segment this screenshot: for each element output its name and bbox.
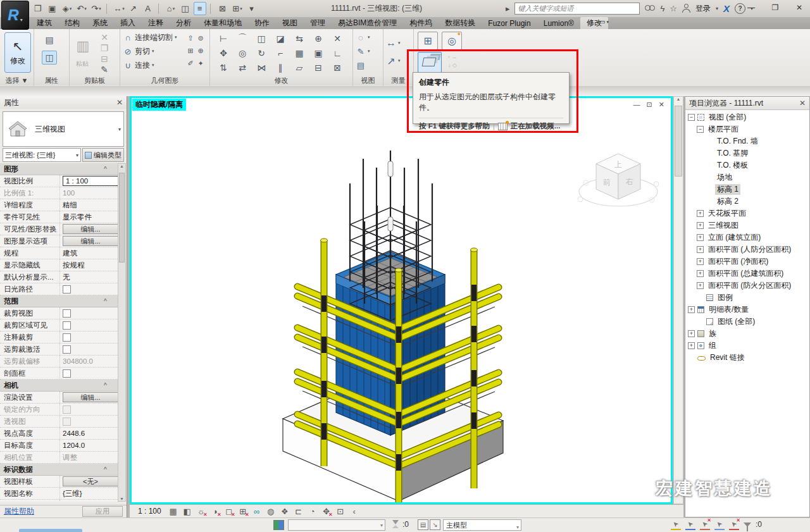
tab-data-conversion[interactable]: 数据转换 [439,17,482,29]
modify-tool-icon[interactable]: ⌐ [271,46,290,60]
properties-panel-icon[interactable]: ▤ [42,33,57,47]
displacement-sets-icon[interactable]: ✥✕ [321,506,332,517]
tree-item[interactable]: + 立面 (建筑立面) [685,232,809,244]
property-checkbox[interactable] [63,345,71,354]
clipboard-tool-icon[interactable]: ✎ [97,64,111,75]
tab-systems[interactable]: 系统 [86,17,114,29]
property-checkbox[interactable] [63,333,71,342]
tab-component-dock[interactable]: 构件坞 [403,17,439,29]
tree-item-label[interactable]: 立面 (建筑立面) [706,232,763,243]
create-parts-button[interactable] [418,52,442,73]
type-selector[interactable]: 三维视图 ▾ [3,111,124,147]
qat-separator[interactable] [210,3,213,15]
measure-panel-label[interactable]: 测量 [383,75,413,85]
tree-expander-icon[interactable]: − [688,114,695,121]
tree-item-label[interactable]: 组 [707,340,718,351]
select-underlay-elements-icon[interactable]: ➤ [685,519,695,530]
open-icon[interactable]: ❐ [32,2,44,15]
clipboard-panel-label[interactable]: 剪贴板 [70,75,120,85]
group-collapse-icon[interactable]: ^ [104,298,107,305]
worksets-icon[interactable] [273,520,284,530]
exchange-apps-icon[interactable]: X [723,3,730,14]
viewcube-front-label[interactable]: 前 [603,178,611,187]
tree-item[interactable]: + 族 [685,328,809,340]
tab-structure[interactable]: 结构 [58,17,86,29]
create-group-icon[interactable]: ◎✦ [442,32,462,50]
tab-annotate[interactable]: 注释 [142,17,170,29]
property-checkbox[interactable] [63,418,71,426]
default-3d-view-icon[interactable]: ⌂▾ [165,2,177,15]
crop-view-icon[interactable]: ◻✕ [223,506,235,517]
sign-in-caret-icon[interactable]: ▾ [716,6,718,11]
active-design-option-dropdown[interactable]: 主模型 ▾ [443,519,521,531]
clipboard-tool-icon[interactable]: ✕ [97,32,111,42]
create-assembly-icon[interactable]: ⊞ [418,32,438,50]
type-selector-caret-icon[interactable]: ▾ [118,127,121,132]
tree-item-label[interactable]: 视图 (全部) [707,112,748,123]
geometry-tool[interactable]: ⊘ 剪切 ▾ [123,44,177,58]
property-checkbox[interactable] [63,309,71,318]
modify-tool-icon[interactable]: ∥ [271,60,290,75]
tab-yida-bim-cost[interactable]: 易达BIM造价管理 [332,17,403,29]
tree-item[interactable]: T.O. 基脚 [685,147,809,159]
modify-tool-icon[interactable]: ⋈ [252,60,271,75]
clipboard-tool-icon[interactable]: ⊟ [97,53,111,64]
property-checkbox[interactable] [63,405,71,414]
tab-lumion[interactable]: Lumion® [537,17,580,29]
tree-item-label[interactable]: 三维视图 [706,220,740,231]
modify-tool-icon[interactable]: ◫ [252,31,271,46]
modify-tool-icon[interactable]: ✥ [214,46,233,60]
geometry-panel-label[interactable]: 几何图形 [120,75,209,85]
sync-with-central-icon[interactable]: ◈▾ [61,2,73,15]
worksharing-display-icon[interactable]: ◔ [307,506,318,517]
modify-tool-icon[interactable]: ⇅ [214,60,233,75]
scrollbar-thumb[interactable] [119,173,125,263]
shadows-icon[interactable]: ◑✕ [209,506,221,517]
edit-type-button[interactable]: 编辑类型 [82,148,124,162]
customize-qat-icon[interactable]: ▾ [246,2,258,15]
scrollbar-thumb[interactable] [675,106,682,176]
tree-item[interactable]: 标高 1 [685,183,809,195]
tree-item-label[interactable]: 族 [707,328,718,339]
tree-item-label[interactable]: 图例 [716,292,735,303]
tab-manage[interactable]: 管理 [304,17,332,29]
instance-selector[interactable]: 三维视图: {三维} ▾ [3,148,81,162]
modify-tool-icon[interactable]: ⊠ [328,60,347,75]
select-panel-label[interactable]: 选择 ▼ [0,75,34,85]
modify-tool-icon[interactable]: ∟ [328,46,347,60]
property-checkbox[interactable] [63,285,71,294]
tree-item[interactable]: 场地 [685,171,809,183]
editing-requests-icon[interactable] [392,520,399,528]
property-value[interactable]: 100 [63,189,75,197]
viewcube-right-label[interactable]: 右 [625,177,633,186]
view-close-icon[interactable]: ✕ [659,101,664,109]
property-value[interactable]: 2448.6 [63,430,85,437]
tree-expander-icon[interactable]: + [688,306,695,313]
modify-tool-icon[interactable]: ↻ [252,46,271,60]
visual-style-icon[interactable]: ◧ [182,506,193,517]
measure-icon[interactable]: ↔▾ [113,2,125,15]
tree-item[interactable]: − 楼层平面 [685,123,809,135]
tree-item-label[interactable]: 面积平面 (总建筑面积) [706,268,785,279]
property-value[interactable]: 按规程 [63,261,85,269]
property-value[interactable]: 精细 [63,201,77,209]
measure-tool[interactable]: ↗▾ [386,52,401,70]
tab-collaborate[interactable]: 协作 [248,17,276,29]
sign-in-label[interactable]: 登录 [695,3,711,14]
modify-tool-icon[interactable]: ▣ [309,46,328,60]
property-edit-button[interactable]: 编辑... [63,224,118,234]
drag-elements-on-selection-icon[interactable]: ➤✕ [729,519,739,530]
tree-item-label[interactable]: T.O. 基脚 [715,148,750,159]
search-collapse-icon[interactable]: ▸ [506,4,510,13]
modify-tool-icon[interactable]: ⊕ [309,31,328,46]
tree-item[interactable]: + 明细表/数量 [685,304,809,316]
tree-item-label[interactable]: 标高 2 [715,196,740,207]
modify-panel-label[interactable]: 修改 [210,75,352,85]
measure-tool[interactable]: ↔▾ [386,34,401,52]
tree-expander-icon[interactable]: − [697,126,704,133]
property-checkbox[interactable] [63,321,71,330]
apply-button[interactable]: 应用 [82,506,123,517]
tree-item-label[interactable]: T.O. Fnd. 墙 [715,136,760,147]
modify-tool-icon[interactable]: ⇄ [233,60,252,75]
thin-lines-icon[interactable]: ≡ [194,2,206,15]
